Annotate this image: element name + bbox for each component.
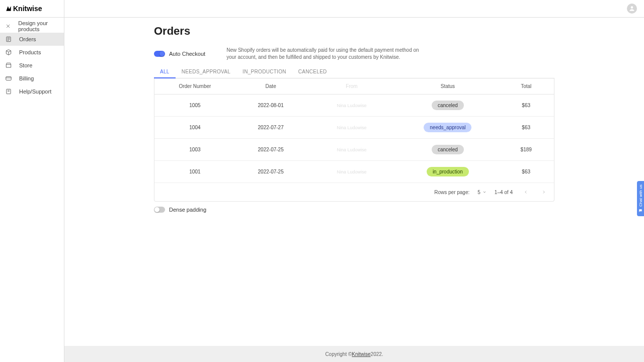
- cell-status: canceled: [397, 139, 498, 161]
- sidebar-item-label: Help/Support: [19, 88, 51, 95]
- auto-checkout-row: Auto Checkout New Shopify orders will be…: [154, 47, 554, 61]
- cell-total: $63: [498, 161, 554, 183]
- sidebar-item-design[interactable]: Design your products: [0, 20, 64, 33]
- help-icon: [5, 88, 12, 95]
- status-badge: canceled: [432, 145, 464, 154]
- topbar: [64, 0, 644, 18]
- cell-order-number: 1001: [154, 161, 235, 183]
- col-total: Total: [498, 78, 554, 95]
- sidebar-item-orders[interactable]: Orders: [0, 33, 64, 46]
- table-row[interactable]: 10012022-07-25Nina Ludowisein_production…: [154, 161, 554, 183]
- copyright-year: 2022.: [371, 351, 383, 357]
- sidebar: Knitwise Design your products Orders Pro…: [0, 0, 64, 362]
- logo-icon: [5, 5, 12, 12]
- design-icon: [5, 23, 11, 30]
- cell-from: Nina Ludowise: [306, 161, 397, 183]
- col-date: Date: [235, 78, 306, 95]
- sidebar-item-label: Orders: [19, 36, 36, 42]
- col-order-number: Order Number: [154, 78, 235, 95]
- cell-total: $63: [498, 95, 554, 117]
- cell-order-number: 1004: [154, 117, 235, 139]
- products-icon: [5, 49, 12, 56]
- cell-status: in_production: [397, 161, 498, 183]
- tab-needs-approval[interactable]: NEEDS_APPROVAL: [176, 66, 236, 78]
- cell-total: $63: [498, 117, 554, 139]
- auto-checkout-toggle[interactable]: [154, 51, 165, 57]
- cell-order-number: 1005: [154, 95, 235, 117]
- sidebar-item-billing[interactable]: Billing: [0, 72, 64, 85]
- status-badge: needs_approval: [424, 123, 471, 132]
- footer-brand-link[interactable]: Knitwise: [352, 351, 370, 357]
- sidebar-item-label: Products: [19, 49, 41, 55]
- sidebar-item-help[interactable]: Help/Support: [0, 85, 64, 98]
- tabs: ALL NEEDS_APPROVAL IN_PRODUCTION CANCELE…: [154, 66, 554, 78]
- svg-rect-1: [6, 77, 12, 80]
- table-row[interactable]: 10052022-08-01Nina Ludowisecanceled$63: [154, 95, 554, 117]
- chat-icon: [638, 209, 642, 213]
- page-title: Orders: [154, 25, 554, 38]
- brand-name: Knitwise: [13, 5, 42, 13]
- table-row[interactable]: 10042022-07-27Nina Ludowiseneeds_approva…: [154, 117, 554, 139]
- prev-page-button[interactable]: [521, 187, 531, 197]
- tab-in-production[interactable]: IN_PRODUCTION: [236, 66, 292, 78]
- cell-date: 2022-07-25: [235, 161, 306, 183]
- chevron-right-icon: [541, 190, 546, 195]
- cell-status: needs_approval: [397, 117, 498, 139]
- tab-canceled[interactable]: CANCELED: [292, 66, 333, 78]
- status-badge: in_production: [427, 167, 469, 176]
- dense-padding-label: Dense padding: [169, 207, 206, 213]
- cell-from: Nina Ludowise: [306, 117, 397, 139]
- cell-date: 2022-07-27: [235, 117, 306, 139]
- rows-per-page-label: Rows per page:: [434, 190, 469, 195]
- cell-order-number: 1003: [154, 139, 235, 161]
- rows-per-page-value: 5: [477, 190, 480, 195]
- chat-tab[interactable]: Chat with us: [637, 181, 644, 216]
- billing-icon: [5, 75, 12, 82]
- svg-point-3: [631, 6, 633, 9]
- next-page-button[interactable]: [539, 187, 549, 197]
- sidebar-item-store[interactable]: Store: [0, 59, 64, 72]
- sidebar-item-products[interactable]: Products: [0, 46, 64, 59]
- logo[interactable]: Knitwise: [0, 0, 64, 18]
- cell-status: canceled: [397, 95, 498, 117]
- store-icon: [5, 62, 12, 69]
- col-status: Status: [397, 78, 498, 95]
- orders-icon: [5, 36, 12, 43]
- auto-checkout-label: Auto Checkout: [169, 51, 205, 57]
- nav: Design your products Orders Products Sto…: [0, 18, 64, 98]
- auto-checkout-desc: New Shopify orders will be automatically…: [226, 47, 423, 61]
- table-header-row: Order Number Date From Status Total: [154, 78, 554, 95]
- copyright-prefix: Copyright ©: [325, 351, 352, 357]
- cell-from: Nina Ludowise: [306, 139, 397, 161]
- status-badge: canceled: [432, 101, 464, 110]
- cell-from: Nina Ludowise: [306, 95, 397, 117]
- cell-date: 2022-08-01: [235, 95, 306, 117]
- range-label: 1–4 of 4: [495, 190, 513, 195]
- chat-label: Chat with us: [638, 185, 643, 207]
- dense-padding-row: Dense padding: [154, 207, 554, 213]
- orders-table: Order Number Date From Status Total 1005…: [154, 78, 554, 202]
- cell-total: $189: [498, 139, 554, 161]
- sidebar-item-label: Store: [19, 62, 32, 68]
- footer: Copyright © Knitwise 2022.: [64, 346, 644, 362]
- dense-padding-toggle[interactable]: [154, 207, 165, 213]
- chevron-down-icon: [482, 190, 487, 194]
- chevron-left-icon: [523, 190, 528, 195]
- avatar[interactable]: [627, 4, 637, 14]
- table-row[interactable]: 10032022-07-25Nina Ludowisecanceled$189: [154, 139, 554, 161]
- table-footer: Rows per page: 5 1–4 of 4: [154, 183, 554, 201]
- sidebar-item-label: Billing: [19, 75, 34, 81]
- rows-per-page-select[interactable]: 5: [477, 190, 487, 195]
- tab-all[interactable]: ALL: [154, 66, 176, 78]
- main: Orders Auto Checkout New Shopify orders …: [64, 0, 644, 362]
- col-from: From: [306, 78, 397, 95]
- sidebar-item-label: Design your products: [18, 20, 64, 32]
- cell-date: 2022-07-25: [235, 139, 306, 161]
- user-icon: [628, 5, 635, 12]
